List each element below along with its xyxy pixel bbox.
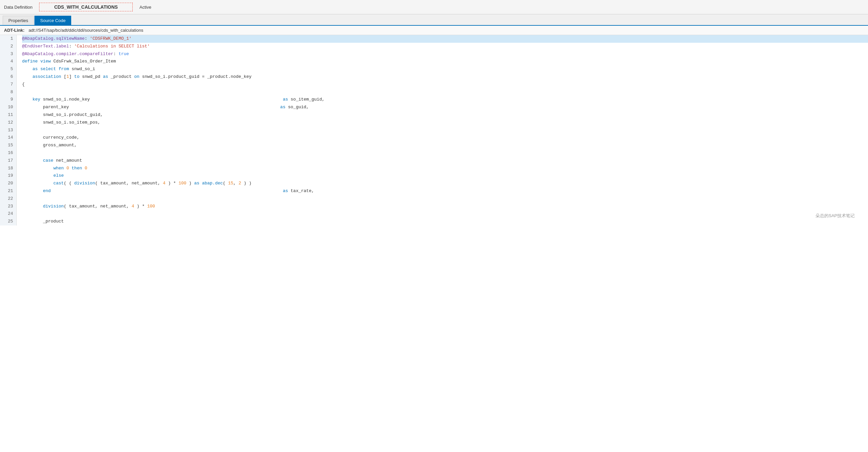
code-line: parent_key as so_guid, (22, 103, 868, 111)
line-numbers: 1234567891011121314151617181920212223242… (0, 35, 17, 226)
header-bar: Data Definition CDS_WITH_CALCULATIONS Ac… (0, 0, 868, 14)
line-number: 7 (0, 81, 17, 89)
line-number: 3 (0, 51, 17, 58)
tab-properties-label: Properties (8, 18, 28, 23)
line-number: 1 (0, 35, 17, 43)
line-number: 15 (0, 142, 17, 149)
code-line (22, 89, 868, 96)
code-line: key snwd_so_i.node_key as so_item_guid, (22, 96, 868, 103)
code-line: snwd_so_i.product_guid, (22, 111, 868, 119)
line-number: 6 (0, 73, 17, 81)
code-line: cast( ( division( tax_amount, net_amount… (22, 180, 868, 187)
line-number: 8 (0, 89, 17, 96)
code-line (22, 149, 868, 157)
code-line (22, 210, 868, 218)
code-line: division( tax_amount, net_amount, 4 ) * … (22, 203, 868, 211)
line-number: 25 (0, 218, 17, 226)
code-line: { (22, 81, 868, 89)
line-number: 12 (0, 119, 17, 127)
code-line: @AbapCatalog.sqlViewName: 'CDSFRWK_DEMO_… (22, 35, 868, 43)
line-number: 21 (0, 187, 17, 195)
code-wrapper: 1234567891011121314151617181920212223242… (0, 35, 868, 226)
line-number: 10 (0, 103, 17, 111)
adt-link-label: ADT-Link: (4, 28, 24, 33)
code-line: snwd_so_i.so_item_pos, (22, 119, 868, 127)
tab-properties[interactable]: Properties (3, 16, 34, 25)
tab-source-code[interactable]: Source Code (34, 16, 71, 25)
code-line: end as tax_rate, (22, 187, 868, 195)
code-line: when 0 then 0 (22, 165, 868, 172)
code-line: define view CdsFrwk_Sales_Order_Item (22, 58, 868, 65)
code-line: @AbapCatalog.compiler.compareFilter: tru… (22, 51, 868, 58)
code-line (22, 127, 868, 134)
code-line: currency_code, (22, 134, 868, 142)
code-line: else (22, 172, 868, 180)
line-number: 23 (0, 203, 17, 211)
code-line: _product (22, 218, 868, 226)
code-line: gross_amount, (22, 142, 868, 149)
line-number: 16 (0, 149, 17, 157)
line-number: 4 (0, 58, 17, 65)
code-lines: @AbapCatalog.sqlViewName: 'CDSFRWK_DEMO_… (17, 35, 868, 226)
title-box: CDS_WITH_CALCULATIONS (39, 3, 133, 11)
adt-link-value: adt://S4T/sap/bc/adt/ddic/ddl/sources/cd… (28, 28, 143, 33)
line-number: 11 (0, 111, 17, 119)
code-container[interactable]: 1234567891011121314151617181920212223242… (0, 35, 868, 226)
line-number: 17 (0, 157, 17, 165)
line-number: 18 (0, 165, 17, 172)
code-line: association [1] to snwd_pd as _product o… (22, 73, 868, 81)
code-line: case net_amount (22, 157, 868, 165)
tab-source-code-label: Source Code (40, 18, 65, 23)
line-number: 5 (0, 65, 17, 73)
line-number: 20 (0, 180, 17, 187)
line-number: 19 (0, 172, 17, 180)
line-number: 24 (0, 210, 17, 218)
tabs-bar: Properties Source Code (0, 14, 868, 26)
code-line: as select from snwd_so_i (22, 65, 868, 73)
adt-link-bar: ADT-Link: adt://S4T/sap/bc/adt/ddic/ddl/… (0, 26, 868, 35)
code-line: @EndUserText.label: 'Calculations in SEL… (22, 43, 868, 51)
line-number: 2 (0, 43, 17, 51)
line-number: 9 (0, 96, 17, 103)
line-number: 14 (0, 134, 17, 142)
title-text: CDS_WITH_CALCULATIONS (54, 4, 118, 10)
code-line (22, 195, 868, 203)
data-definition-label: Data Definition (4, 5, 32, 10)
line-number: 13 (0, 127, 17, 134)
line-number: 22 (0, 195, 17, 203)
status-badge: Active (140, 5, 151, 10)
